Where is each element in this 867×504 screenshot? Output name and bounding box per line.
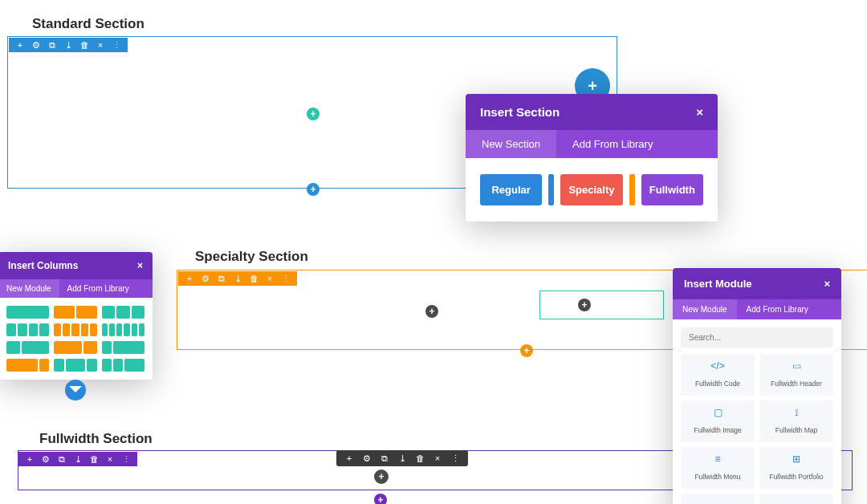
columns-chevron-indicator xyxy=(62,380,89,407)
section-type-regular[interactable]: Regular xyxy=(480,174,542,205)
plus-icon: + xyxy=(588,77,597,96)
insert-section-modal: Insert Section × New Section Add From Li… xyxy=(466,94,718,222)
layout-4col[interactable] xyxy=(6,323,49,336)
handle-specialty[interactable] xyxy=(629,174,635,205)
plus-icon[interactable]: + xyxy=(25,454,35,464)
header-icon: ▭ xyxy=(763,360,830,372)
save-icon[interactable]: ⤓ xyxy=(63,40,73,50)
plus-icon[interactable]: + xyxy=(344,453,354,463)
specialty-section-toolbar[interactable]: + ⚙ ⧉ ⤓ 🗑 × ⋮ xyxy=(178,271,297,286)
insert-module-tabs: New Module Add From Library xyxy=(673,299,841,319)
more-icon[interactable]: ⋮ xyxy=(450,453,460,463)
handle-regular[interactable] xyxy=(548,174,554,205)
tab-add-from-library[interactable]: Add From Library xyxy=(59,279,137,298)
tab-add-from-library[interactable]: Add From Library xyxy=(556,130,669,158)
layout-1-3[interactable] xyxy=(102,341,144,354)
add-module-button-fullwidth[interactable]: + xyxy=(374,469,389,484)
add-fullwidth-section-button[interactable]: + xyxy=(374,494,387,504)
trash-icon[interactable]: 🗑 xyxy=(89,454,99,464)
image-icon: ▢ xyxy=(684,407,751,418)
column-layouts-grid xyxy=(0,298,153,380)
title-fullwidth: Fullwidth Section xyxy=(39,431,153,447)
layout-2col[interactable] xyxy=(54,306,96,319)
module-fullwidth-post-title[interactable]: ▭Fullwidth Post Title xyxy=(759,494,833,504)
add-row-button[interactable]: + xyxy=(307,108,320,120)
plus-icon: + xyxy=(581,299,587,311)
trash-icon[interactable]: 🗑 xyxy=(249,274,258,283)
more-icon[interactable]: ⋮ xyxy=(121,454,131,464)
insert-columns-tabs: New Module Add From Library xyxy=(0,279,153,298)
layout-1col[interactable] xyxy=(6,306,49,319)
insert-module-header: Insert Module × xyxy=(673,268,841,299)
map-icon: ⟟ xyxy=(763,407,830,418)
duplicate-icon[interactable]: ⧉ xyxy=(380,453,389,463)
more-icon[interactable]: ⋮ xyxy=(112,40,121,50)
insert-module-modal: Insert Module × New Module Add From Libr… xyxy=(673,268,841,504)
save-icon[interactable]: ⤓ xyxy=(233,274,242,283)
module-fullwidth-header[interactable]: ▭Fullwidth Header xyxy=(759,354,833,396)
tab-new-section[interactable]: New Section xyxy=(466,130,556,158)
plus-icon[interactable]: + xyxy=(15,40,25,50)
plus-icon: + xyxy=(310,108,315,120)
add-specialty-section-button[interactable]: + xyxy=(520,344,533,357)
plus-icon: + xyxy=(310,184,315,195)
module-search-input[interactable] xyxy=(681,327,833,348)
layout-2-1[interactable] xyxy=(54,341,96,354)
save-icon[interactable]: ⤓ xyxy=(73,454,83,464)
module-grid: </>Fullwidth Code ▭Fullwidth Header ▢Ful… xyxy=(681,354,833,504)
insert-columns-title: Insert Columns xyxy=(8,260,78,271)
close-icon[interactable]: × xyxy=(105,454,115,464)
standard-section-toolbar[interactable]: + ⚙ ⧉ ⤓ 🗑 × ⋮ xyxy=(9,38,128,52)
layout-1-2[interactable] xyxy=(6,341,49,354)
layout-3col[interactable] xyxy=(102,306,144,319)
close-icon[interactable]: × xyxy=(265,274,275,283)
close-icon[interactable]: × xyxy=(433,453,442,463)
section-type-specialty[interactable]: Specialty xyxy=(560,174,622,205)
tab-new-module[interactable]: New Module xyxy=(0,279,59,298)
layout-6col[interactable] xyxy=(102,323,144,336)
duplicate-icon[interactable]: ⧉ xyxy=(57,454,67,464)
gear-icon[interactable]: ⚙ xyxy=(362,453,372,463)
add-module-button-left[interactable]: + xyxy=(425,305,438,318)
module-fullwidth-post-slider[interactable]: ▭Fullwidth Post Slider xyxy=(681,494,755,504)
close-icon[interactable]: × xyxy=(824,278,830,290)
layout-3-1[interactable] xyxy=(6,359,49,372)
grid-icon: ⊞ xyxy=(763,453,830,465)
layout-1-1-2[interactable] xyxy=(102,359,144,372)
gear-icon[interactable]: ⚙ xyxy=(31,40,41,50)
layout-5col[interactable] xyxy=(54,323,96,336)
module-fullwidth-portfolio[interactable]: ⊞Fullwidth Portfolio xyxy=(759,447,833,489)
insert-section-body: Regular Specialty Fullwidth xyxy=(466,158,718,222)
fullwidth-section-toolbar[interactable]: + ⚙ ⧉ ⤓ 🗑 × ⋮ xyxy=(18,452,137,466)
module-fullwidth-menu[interactable]: ≡Fullwidth Menu xyxy=(681,447,755,489)
plus-icon: + xyxy=(378,471,384,482)
tab-add-from-library[interactable]: Add From Library xyxy=(737,299,818,319)
trash-icon[interactable]: 🗑 xyxy=(415,453,425,463)
close-icon[interactable]: × xyxy=(696,105,703,119)
trash-icon[interactable]: 🗑 xyxy=(79,40,89,50)
plus-icon: + xyxy=(377,494,383,504)
insert-section-tabs: New Section Add From Library xyxy=(466,130,718,158)
close-icon[interactable]: × xyxy=(137,260,143,271)
save-icon[interactable]: ⤓ xyxy=(397,453,407,463)
section-type-fullwidth[interactable]: Fullwidth xyxy=(641,174,703,205)
close-icon[interactable]: × xyxy=(96,40,105,50)
module-toolbar[interactable]: + ⚙ ⧉ ⤓ 🗑 × ⋮ xyxy=(336,450,468,466)
add-module-button-right[interactable]: + xyxy=(578,299,591,311)
title-specialty: Specialty Section xyxy=(195,249,308,265)
insert-section-header: Insert Section × xyxy=(466,94,718,130)
more-icon[interactable]: ⋮ xyxy=(281,274,291,283)
module-fullwidth-map[interactable]: ⟟Fullwidth Map xyxy=(759,400,833,442)
duplicate-icon[interactable]: ⧉ xyxy=(47,40,57,50)
module-fullwidth-code[interactable]: </>Fullwidth Code xyxy=(681,354,755,396)
plus-icon[interactable]: + xyxy=(185,274,194,283)
module-fullwidth-image[interactable]: ▢Fullwidth Image xyxy=(681,400,755,442)
title-standard: Standard Section xyxy=(32,16,144,32)
gear-icon[interactable]: ⚙ xyxy=(41,454,51,464)
duplicate-icon[interactable]: ⧉ xyxy=(217,274,226,283)
add-section-button[interactable]: + xyxy=(307,183,320,196)
layout-1-2-1[interactable] xyxy=(54,359,96,372)
gear-icon[interactable]: ⚙ xyxy=(201,274,210,283)
specialty-inner-row[interactable] xyxy=(539,291,664,319)
tab-new-module[interactable]: New Module xyxy=(673,299,737,319)
